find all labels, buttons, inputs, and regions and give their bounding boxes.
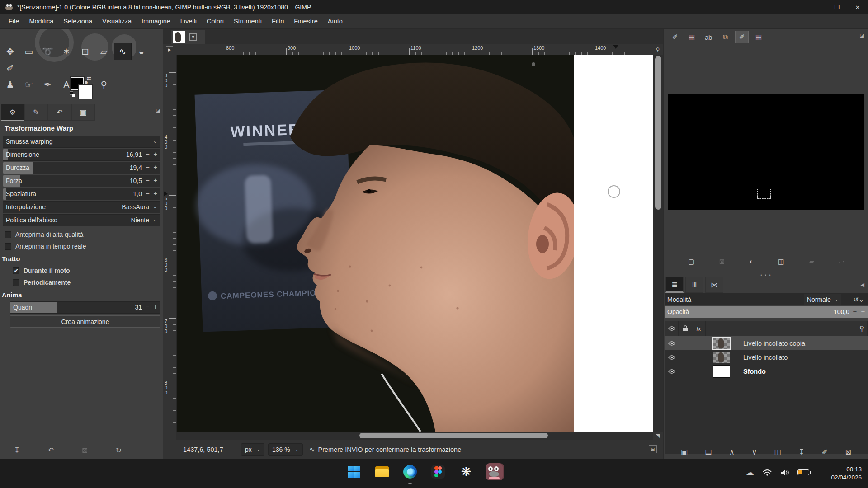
menu-aiuto[interactable]: Aiuto — [323, 14, 348, 28]
collapse-icon[interactable]: ◀ — [861, 282, 864, 288]
invert-selection-icon[interactable]: ◐ — [750, 258, 754, 266]
tab-layers[interactable]: ≣ — [665, 277, 684, 293]
scroll-thumb[interactable] — [655, 56, 661, 210]
image-viewport[interactable]: WINNERS CAMPEONES CHAMPIONS — [176, 55, 653, 432]
increment-button[interactable]: + — [152, 190, 159, 197]
menu-visualizza[interactable]: Visualizza — [97, 14, 137, 28]
select-none-icon[interactable]: ⊠ — [719, 258, 725, 266]
free-select-tool[interactable]: ➰ — [39, 43, 56, 60]
stroke-selection-icon[interactable]: ▱ — [839, 258, 844, 266]
frames-slider[interactable]: Quadri 31 − + — [10, 301, 160, 314]
tab-undo-history[interactable]: ↶ — [48, 104, 71, 121]
quick-mask-toggle-icon[interactable] — [165, 432, 173, 439]
move-tool[interactable]: ✥ — [2, 43, 19, 60]
interpolation-dropdown[interactable]: Interpolazione BassAura ⌄ — [3, 201, 160, 213]
scroll-thumb[interactable] — [359, 433, 548, 438]
start-button[interactable] — [345, 462, 363, 482]
swap-colors-icon[interactable]: ⇄ — [87, 75, 91, 81]
dock-menu-icon[interactable]: ◪ — [156, 108, 160, 113]
wifi-icon[interactable] — [762, 469, 772, 476]
behavior-dropdown[interactable]: Smussa warping ⌄ — [3, 136, 160, 148]
volume-icon[interactable] — [780, 469, 789, 476]
delete-layer-icon[interactable]: ⊠ — [845, 448, 851, 456]
menu-seleziona[interactable]: Seleziona — [58, 14, 97, 28]
taskbar-clock[interactable]: 00:13 02/04/2026 — [831, 465, 862, 482]
transform-tool[interactable]: ▱ — [95, 43, 112, 60]
menu-finestre[interactable]: Finestre — [289, 14, 322, 28]
increment-button[interactable]: + — [152, 177, 159, 184]
figma-button[interactable] — [429, 462, 447, 482]
increment-button[interactable]: + — [152, 303, 159, 310]
selection-to-channel-icon[interactable]: ◫ — [778, 258, 784, 266]
maximize-button[interactable]: ❐ — [826, 0, 847, 14]
visibility-eye-icon[interactable] — [668, 368, 675, 375]
add-mask-icon[interactable]: ✐ — [822, 448, 828, 456]
mode-switch-icon[interactable]: ↺⌄ — [854, 296, 864, 303]
close-button[interactable]: ✕ — [847, 0, 868, 14]
canvas-nav-icon[interactable]: ⊞ — [649, 445, 657, 453]
effects-fx-icon[interactable]: fx — [692, 321, 706, 336]
select-all-icon[interactable]: ▢ — [688, 258, 694, 266]
zoom-dropdown[interactable]: 136 % ⌄ — [268, 443, 303, 456]
size-slider[interactable]: Dimensione 16,91 − + — [3, 149, 160, 161]
edge-browser-button[interactable] — [401, 462, 419, 482]
visibility-eye-icon[interactable] — [665, 321, 679, 336]
decrement-button[interactable]: − — [144, 303, 151, 310]
dock-menu-icon[interactable]: ◪ — [860, 33, 864, 38]
unit-dropdown[interactable]: px ⌄ — [241, 443, 264, 456]
gimp-taskbar-button[interactable] — [485, 462, 503, 482]
periodically-checkbox[interactable]: Periodicamente — [13, 279, 163, 286]
visibility-eye-icon[interactable] — [668, 354, 675, 361]
battery-icon[interactable] — [797, 469, 809, 475]
menu-strumenti[interactable]: Strumenti — [229, 14, 267, 28]
lock-icon[interactable] — [679, 321, 692, 336]
menu-modifica[interactable]: Modifica — [24, 14, 58, 28]
ink-tool[interactable]: ✒ — [39, 76, 56, 93]
decrement-button[interactable]: − — [851, 307, 859, 315]
hardness-slider[interactable]: Durezza 19,4 − + — [3, 162, 160, 174]
chatgpt-button[interactable]: ❋ — [457, 462, 475, 482]
fuzzy-select-tool[interactable]: ✶ — [58, 43, 75, 60]
warp-transform-tool[interactable]: ∿ — [114, 43, 131, 60]
tab-tool-options[interactable]: ⚙ — [1, 104, 24, 121]
tab-brush-editor[interactable]: ✐ — [735, 31, 749, 43]
minimize-button[interactable]: — — [806, 0, 826, 14]
new-layer-icon[interactable]: ▣ — [681, 448, 688, 456]
search-icon[interactable]: ⚲ — [859, 324, 864, 333]
decrement-button[interactable]: − — [144, 177, 151, 184]
bucket-fill-tool[interactable]: ◒ — [133, 44, 150, 60]
tab-device-status[interactable]: ✎ — [24, 104, 48, 121]
paintbrush-tool[interactable]: ✐ — [2, 60, 19, 76]
merge-down-icon[interactable]: ↧ — [798, 448, 804, 456]
layer-row[interactable]: Livello incollato copia — [665, 336, 868, 350]
increment-button[interactable]: + — [152, 150, 159, 158]
menu-file[interactable]: File — [4, 14, 24, 28]
menu-immagine[interactable]: Immagine — [137, 14, 175, 28]
new-group-icon[interactable]: ▤ — [705, 448, 712, 456]
raise-layer-icon[interactable]: ∧ — [729, 448, 735, 456]
abyss-policy-dropdown[interactable]: Politica dell'abisso Niente ⌄ — [3, 214, 160, 226]
zoom-tool[interactable]: ⚲ — [95, 76, 112, 93]
tab-paths[interactable]: ⋈ — [705, 277, 723, 293]
duplicate-layer-icon[interactable]: ◫ — [774, 448, 781, 456]
decrement-button[interactable]: − — [144, 164, 151, 171]
onedrive-cloud-icon[interactable]: ☁ — [745, 467, 754, 478]
create-animation-button[interactable]: Crea animazione — [10, 315, 160, 328]
mode-dropdown[interactable]: Normale ⌄ — [804, 294, 841, 305]
horizontal-scrollbar[interactable] — [176, 432, 653, 440]
menu-colori[interactable]: Colori — [202, 14, 229, 28]
system-tray[interactable]: ☁ — [745, 467, 809, 478]
smudge-tool[interactable]: ☞ — [20, 76, 37, 93]
tab-channels[interactable]: Ⅲ — [685, 277, 703, 293]
layer-row[interactable]: Sfondo — [665, 364, 868, 378]
strength-slider[interactable]: Forza 10,5 − + — [3, 175, 160, 187]
image-tab[interactable]: ✕ — [171, 30, 205, 44]
spacing-slider[interactable]: Spaziatura 1,0 − + — [3, 188, 160, 200]
crop-tool[interactable]: ⊡ — [77, 43, 94, 60]
navigation-preview-icon[interactable]: ◥ — [653, 431, 662, 440]
delete-options-icon[interactable]: ⊠ — [82, 446, 88, 455]
tab-images[interactable]: ▣ — [71, 104, 95, 121]
tab-brushes[interactable]: ✐ — [668, 31, 682, 43]
during-motion-checkbox[interactable]: ✔ Durante il moto — [13, 267, 163, 274]
tab-document-history[interactable]: ⧉ — [718, 31, 732, 43]
